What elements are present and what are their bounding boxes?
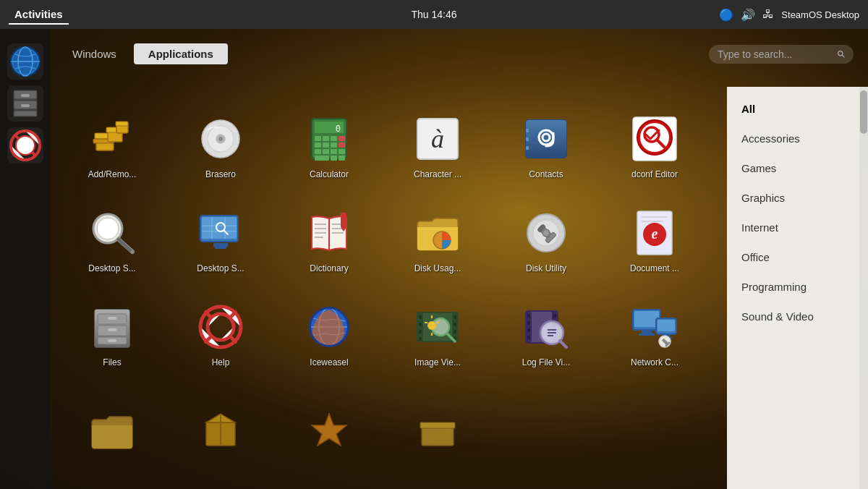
session-label[interactable]: SteamOS Desktop — [781, 9, 859, 20]
volume-icon[interactable]: 🔊 — [741, 8, 755, 22]
svg-rect-144 — [553, 314, 556, 318]
app-calculator[interactable]: 0 — [275, 94, 383, 188]
app-row4-3[interactable] — [275, 376, 383, 470]
app-help[interactable]: Help — [166, 282, 275, 376]
svg-rect-156 — [642, 330, 652, 333]
category-office[interactable]: Office — [727, 242, 868, 272]
category-all[interactable]: All — [727, 94, 868, 124]
app-desktop-search2[interactable]: Desktop S... — [166, 188, 275, 282]
app-character-map[interactable]: à Character ... — [383, 94, 492, 188]
contacts-icon — [520, 113, 572, 165]
activities-button[interactable]: Activities — [9, 5, 69, 25]
svg-rect-48 — [339, 149, 345, 154]
svg-rect-49 — [315, 156, 329, 161]
app-brasero[interactable]: Brasero — [166, 94, 275, 188]
dconf-editor-icon — [629, 113, 681, 165]
search-icon — [838, 48, 845, 60]
app-disk-usage-label: Disk Usag... — [414, 263, 461, 273]
svg-point-96 — [542, 229, 550, 237]
svg-rect-41 — [315, 143, 321, 148]
app-row4-4[interactable] — [383, 376, 492, 470]
globe-icon — [9, 46, 41, 77]
category-sound-video[interactable]: Sound & Video — [727, 302, 868, 331]
svg-rect-38 — [323, 136, 329, 141]
topbar-left: Activities — [9, 5, 69, 25]
row4-star-icon — [303, 405, 355, 457]
svg-line-114 — [206, 312, 211, 318]
search-input[interactable] — [718, 48, 833, 60]
svg-marker-168 — [312, 414, 346, 446]
category-programming[interactable]: Programming — [727, 272, 868, 302]
svg-rect-129 — [419, 337, 422, 341]
svg-point-33 — [218, 137, 223, 141]
svg-text:0: 0 — [336, 124, 341, 134]
svg-rect-39 — [331, 136, 337, 141]
disk-utility-icon — [520, 207, 572, 259]
svg-rect-8 — [21, 94, 30, 97]
desktop-search2-icon — [195, 207, 247, 259]
svg-rect-55 — [526, 120, 566, 158]
svg-point-21 — [838, 51, 843, 55]
app-disk-utility[interactable]: Disk Utility — [492, 188, 600, 282]
app-character-map-label: Character ... — [414, 169, 461, 179]
app-row4-2[interactable] — [166, 376, 275, 470]
svg-rect-128 — [419, 330, 422, 333]
svg-rect-105 — [108, 317, 116, 320]
help-app-icon — [195, 301, 247, 353]
category-graphics[interactable]: Graphics — [727, 183, 868, 213]
svg-rect-58 — [526, 129, 529, 132]
svg-rect-157 — [639, 333, 655, 336]
svg-line-150 — [560, 341, 566, 347]
app-brasero-label: Brasero — [205, 169, 236, 179]
app-add-remove-label: Add/Remo... — [88, 169, 137, 179]
app-disk-usage[interactable]: Disk Usag... — [383, 188, 492, 282]
app-document-viewer[interactable]: e Document ... — [600, 188, 709, 282]
app-files-label: Files — [103, 357, 121, 367]
app-network-config[interactable]: Network C... — [600, 282, 709, 376]
calculator-icon: 0 — [303, 113, 355, 165]
add-remove-icon — [86, 113, 138, 165]
app-contacts[interactable]: Contacts — [492, 94, 600, 188]
scrollbar-thumb[interactable] — [860, 90, 867, 134]
search-box[interactable] — [709, 45, 854, 64]
svg-rect-141 — [527, 321, 530, 325]
sidebar-app-help[interactable] — [7, 127, 43, 163]
app-dconf-editor[interactable]: dconf Editor — [600, 94, 709, 188]
category-accessories[interactable]: Accessories — [727, 124, 868, 153]
svg-rect-143 — [527, 336, 530, 339]
app-row4-1[interactable] — [58, 376, 166, 470]
category-internet[interactable]: Internet — [727, 213, 868, 242]
app-add-remove[interactable]: Add/Remo... — [58, 94, 166, 188]
app-image-viewer[interactable]: Image Vie... — [383, 282, 492, 376]
sidebar-app-firefox[interactable] — [7, 43, 43, 80]
brasero-icon — [195, 113, 247, 165]
svg-rect-142 — [527, 328, 530, 332]
app-document-viewer-label: Document ... — [630, 263, 679, 273]
network-icon[interactable]: 🖧 — [762, 8, 774, 21]
svg-point-67 — [97, 218, 119, 239]
iceweasel-icon — [303, 301, 355, 353]
app-iceweasel[interactable]: Iceweasel — [275, 282, 383, 376]
panel-scrollbar[interactable] — [859, 87, 868, 489]
svg-rect-155 — [634, 311, 659, 327]
left-sidebar — [0, 29, 51, 489]
app-network-config-label: Network C... — [631, 357, 678, 367]
app-disk-utility-label: Disk Utility — [526, 263, 566, 273]
svg-rect-42 — [323, 143, 329, 148]
topbar-right: 🔵 🔊 🖧 SteamOS Desktop — [719, 8, 859, 22]
svg-rect-170 — [420, 422, 455, 428]
app-log-file-viewer[interactable]: Log File Vi... — [492, 282, 600, 376]
applications-tab[interactable]: Applications — [134, 43, 228, 64]
windows-tab[interactable]: Windows — [58, 43, 131, 64]
sidebar-app-files[interactable] — [7, 85, 43, 122]
category-games[interactable]: Games — [727, 153, 868, 183]
svg-rect-127 — [419, 323, 422, 326]
row4-folder-icon — [86, 405, 138, 457]
svg-rect-88 — [341, 213, 346, 227]
bluetooth-icon[interactable]: 🔵 — [719, 8, 733, 22]
svg-rect-29 — [116, 122, 128, 126]
svg-rect-60 — [526, 146, 529, 150]
app-desktop-search1[interactable]: Desktop S... — [58, 188, 166, 282]
app-files[interactable]: Files — [58, 282, 166, 376]
app-dictionary[interactable]: Dictionary — [275, 188, 383, 282]
